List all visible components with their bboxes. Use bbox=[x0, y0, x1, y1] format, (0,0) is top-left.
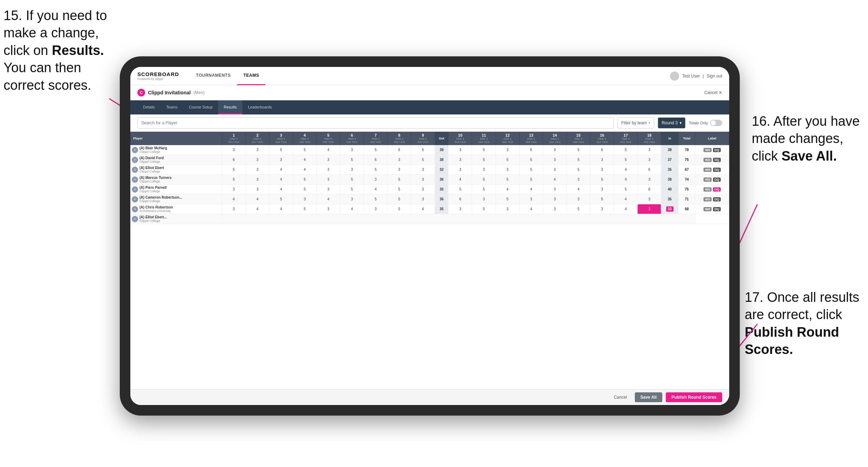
score-front-6[interactable]: 5 bbox=[340, 175, 364, 185]
score-front-3[interactable]: 4 bbox=[269, 185, 293, 194]
score-front-6[interactable]: 5 bbox=[340, 185, 364, 194]
score-back-12[interactable]: 4 bbox=[496, 185, 519, 194]
score-front-2[interactable]: 3 bbox=[246, 145, 269, 155]
score-front-7[interactable]: 4 bbox=[364, 185, 388, 194]
score-back-13[interactable]: 6 bbox=[519, 145, 543, 155]
score-back-18[interactable]: 3 bbox=[638, 155, 661, 165]
score-front-1[interactable]: 5 bbox=[222, 165, 246, 175]
nav-tournaments[interactable]: TOURNAMENTS bbox=[190, 67, 237, 85]
score-front-4[interactable]: 4 bbox=[293, 155, 316, 165]
score-front-3[interactable]: 3 bbox=[269, 155, 293, 165]
score-back-13[interactable]: 5 bbox=[519, 165, 543, 175]
score-front-2[interactable]: 4 bbox=[246, 204, 269, 214]
score-front-8[interactable]: 3 bbox=[388, 165, 411, 175]
score-back-15[interactable]: 5 bbox=[566, 155, 590, 165]
score-back-13[interactable]: 4 bbox=[519, 204, 543, 214]
score-front-7[interactable]: 3 bbox=[364, 175, 388, 185]
score-back-18[interactable]: 3 bbox=[638, 145, 661, 155]
score-front-5[interactable]: 3 bbox=[316, 175, 340, 185]
score-front-2[interactable]: 3 bbox=[246, 155, 269, 165]
score-front-3[interactable]: 4 bbox=[269, 175, 293, 185]
score-back-14[interactable]: 3 bbox=[543, 204, 566, 214]
score-back-17[interactable]: 4 bbox=[614, 165, 638, 175]
score-front-6[interactable]: 4 bbox=[340, 204, 364, 214]
score-front-3[interactable]: 5 bbox=[269, 194, 293, 204]
score-back-14[interactable]: 4 bbox=[543, 175, 566, 185]
cancel-button[interactable]: Cancel bbox=[609, 393, 631, 402]
score-front-6[interactable]: 3 bbox=[340, 194, 364, 204]
score-back-17[interactable]: 5 bbox=[614, 155, 638, 165]
tab-leaderboards[interactable]: Leaderboards bbox=[242, 100, 278, 114]
score-back-13[interactable]: 5 bbox=[519, 175, 543, 185]
nav-teams[interactable]: TEAMS bbox=[237, 67, 266, 85]
score-front-1[interactable]: 5 bbox=[222, 175, 246, 185]
score-front-3[interactable]: 4 bbox=[269, 165, 293, 175]
score-front-2[interactable]: 4 bbox=[246, 194, 269, 204]
score-back-12[interactable]: 5 bbox=[496, 155, 519, 165]
score-back-11[interactable]: 5 bbox=[472, 185, 496, 194]
score-back-14[interactable]: 3 bbox=[543, 155, 566, 165]
score-front-7[interactable]: 5 bbox=[364, 194, 388, 204]
score-front-1[interactable]: 4 bbox=[222, 194, 246, 204]
score-back-10[interactable]: 3 bbox=[448, 155, 472, 165]
score-back-14[interactable]: 3 bbox=[543, 194, 566, 204]
tab-details[interactable]: Details bbox=[137, 100, 161, 114]
score-back-17[interactable]: 5 bbox=[614, 185, 638, 194]
score-back-18[interactable]: 3 bbox=[638, 194, 661, 204]
score-front-9[interactable]: 3 bbox=[411, 175, 435, 185]
score-front-2[interactable]: 3 bbox=[246, 175, 269, 185]
score-back-17[interactable]: 5 bbox=[614, 145, 638, 155]
score-front-9[interactable]: 4 bbox=[411, 204, 435, 214]
score-back-11[interactable]: 5 bbox=[472, 204, 496, 214]
score-front-5[interactable]: 3 bbox=[316, 204, 340, 214]
score-back-12[interactable]: 3 bbox=[496, 165, 519, 175]
score-front-9[interactable]: 3 bbox=[411, 165, 435, 175]
score-front-9[interactable]: 3 bbox=[411, 194, 435, 204]
score-front-7[interactable]: 5 bbox=[364, 145, 388, 155]
score-back-11[interactable]: 5 bbox=[472, 175, 496, 185]
score-front-9[interactable]: 5 bbox=[411, 155, 435, 165]
score-back-15[interactable]: 5 bbox=[566, 145, 590, 155]
score-front-2[interactable]: 3 bbox=[246, 185, 269, 194]
score-front-8[interactable]: 5 bbox=[388, 194, 411, 204]
score-front-9[interactable]: 5 bbox=[411, 145, 435, 155]
score-back-12[interactable]: 5 bbox=[496, 194, 519, 204]
score-front-7[interactable]: 3 bbox=[364, 204, 388, 214]
score-back-17[interactable]: 4 bbox=[614, 175, 638, 185]
score-front-1[interactable]: 6 bbox=[222, 155, 246, 165]
score-front-1[interactable]: 3 bbox=[222, 145, 246, 155]
toggle-switch[interactable] bbox=[710, 120, 722, 126]
score-back-15[interactable]: 5 bbox=[566, 165, 590, 175]
score-front-5[interactable]: 4 bbox=[316, 194, 340, 204]
score-back-13[interactable]: 3 bbox=[519, 194, 543, 204]
score-front-3[interactable]: 4 bbox=[269, 204, 293, 214]
round-dropdown[interactable]: Round 3 ▾ bbox=[658, 117, 685, 129]
score-front-9[interactable]: 3 bbox=[411, 185, 435, 194]
score-back-17[interactable]: 4 bbox=[614, 204, 638, 214]
score-back-11[interactable]: 3 bbox=[472, 194, 496, 204]
tab-teams[interactable]: Teams bbox=[161, 100, 183, 114]
score-back-10[interactable]: 6 bbox=[448, 194, 472, 204]
score-front-4[interactable]: 5 bbox=[293, 175, 316, 185]
score-front-1[interactable]: 3 bbox=[222, 185, 246, 194]
cancel-tournament-button[interactable]: Cancel ✕ bbox=[704, 90, 722, 95]
score-back-12[interactable]: 3 bbox=[496, 204, 519, 214]
score-back-13[interactable]: 4 bbox=[519, 185, 543, 194]
score-front-4[interactable]: 4 bbox=[293, 165, 316, 175]
score-back-18[interactable]: 6 bbox=[638, 185, 661, 194]
save-all-button[interactable]: Save All bbox=[635, 392, 662, 402]
score-front-4[interactable]: 3 bbox=[293, 194, 316, 204]
scores-table-container[interactable]: Player 1PAR 4370 YDS 2PAR 5511 YDS 3PAR … bbox=[130, 132, 729, 389]
search-input[interactable] bbox=[137, 117, 614, 129]
score-back-11[interactable]: 5 bbox=[472, 155, 496, 165]
score-back-10[interactable]: 3 bbox=[448, 165, 472, 175]
score-back-16[interactable]: 5 bbox=[590, 194, 614, 204]
score-front-6[interactable]: 5 bbox=[340, 155, 364, 165]
score-back-12[interactable]: 3 bbox=[496, 145, 519, 155]
score-front-5[interactable]: 3 bbox=[316, 185, 340, 194]
score-front-6[interactable]: 3 bbox=[340, 165, 364, 175]
score-back-15[interactable]: 4 bbox=[566, 185, 590, 194]
score-back-11[interactable]: 5 bbox=[472, 145, 496, 155]
score-front-3[interactable]: 5 bbox=[269, 145, 293, 155]
score-front-6[interactable]: 3 bbox=[340, 145, 364, 155]
